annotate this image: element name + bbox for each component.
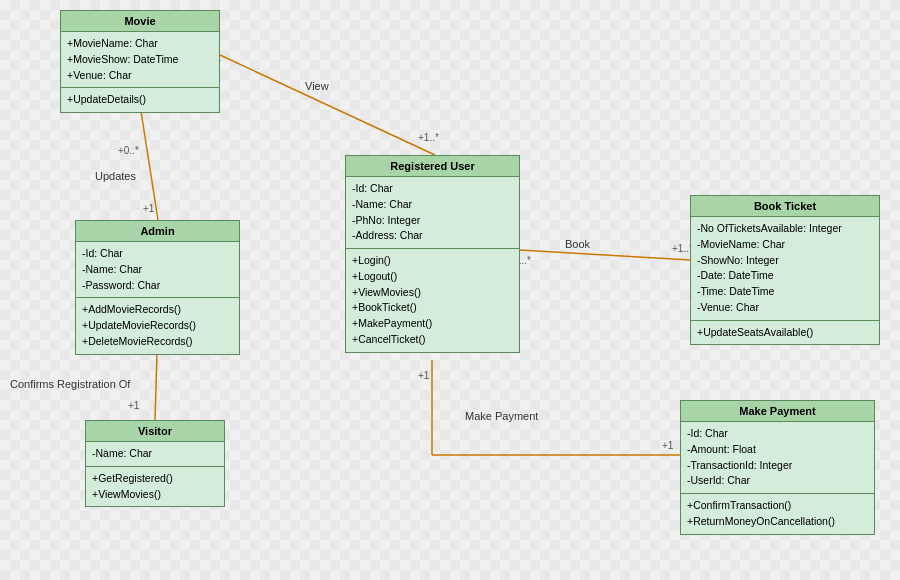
book-ticket-class: Book Ticket -No OfTicketsAvailable: Inte… [690, 195, 880, 345]
movie-class: Movie +MovieName: Char +MovieShow: DateT… [60, 10, 220, 113]
bt-method-1: +UpdateSeatsAvailable() [697, 325, 873, 341]
ru-method-4: +BookTicket() [352, 300, 513, 316]
visitor-attr-1: -Name: Char [92, 446, 218, 462]
bt-attr-6: -Venue: Char [697, 300, 873, 316]
mp-attr-3: -TransactionId: Integer [687, 458, 868, 474]
book-ticket-methods: +UpdateSeatsAvailable() [691, 321, 879, 345]
visitor-class-title: Visitor [86, 421, 224, 442]
admin-methods: +AddMovieRecords() +UpdateMovieRecords()… [76, 298, 239, 353]
bt-attr-4: -Date: DateTime [697, 268, 873, 284]
visitor-methods: +GetRegistered() +ViewMovies() [86, 467, 224, 507]
movie-method-1: +UpdateDetails() [67, 92, 213, 108]
movie-class-title: Movie [61, 11, 219, 32]
ru-method-1: +Login() [352, 253, 513, 269]
bt-attr-2: -MovieName: Char [697, 237, 873, 253]
make-payment-methods: +ConfirmTransaction() +ReturnMoneyOnCanc… [681, 494, 874, 534]
registered-user-class-title: Registered User [346, 156, 519, 177]
registered-user-attributes: -Id: Char -Name: Char -PhNo: Integer -Ad… [346, 177, 519, 249]
movie-class-methods: +UpdateDetails() [61, 88, 219, 112]
mp-method-1: +ConfirmTransaction() [687, 498, 868, 514]
ru-method-2: +Logout() [352, 269, 513, 285]
registered-user-class: Registered User -Id: Char -Name: Char -P… [345, 155, 520, 353]
make-payment-label: Make Payment [465, 410, 538, 422]
admin-method-3: +DeleteMovieRecords() [82, 334, 233, 350]
mp-method-2: +ReturnMoneyOnCancellation() [687, 514, 868, 530]
admin-attributes: -Id: Char -Name: Char -Password: Char [76, 242, 239, 298]
mp-attr-2: -Amount: Float [687, 442, 868, 458]
make-payment-attributes: -Id: Char -Amount: Float -TransactionId:… [681, 422, 874, 494]
mult-reg-payment: +1 [418, 370, 429, 381]
make-payment-class-title: Make Payment [681, 401, 874, 422]
view-label: View [305, 80, 329, 92]
book-label: Book [565, 238, 590, 250]
ru-attr-2: -Name: Char [352, 197, 513, 213]
bt-attr-1: -No OfTicketsAvailable: Integer [697, 221, 873, 237]
registered-user-methods: +Login() +Logout() +ViewMovies() +BookTi… [346, 249, 519, 352]
mult-movie-admin: +0..* [118, 145, 139, 156]
make-payment-class: Make Payment -Id: Char -Amount: Float -T… [680, 400, 875, 535]
confirms-registration-label: Confirms Registration Of [10, 378, 130, 390]
visitor-class: Visitor -Name: Char +GetRegistered() +Vi… [85, 420, 225, 507]
admin-attr-1: -Id: Char [82, 246, 233, 262]
mp-attr-1: -Id: Char [687, 426, 868, 442]
visitor-attributes: -Name: Char [86, 442, 224, 467]
admin-attr-2: -Name: Char [82, 262, 233, 278]
ru-method-5: +MakePayment() [352, 316, 513, 332]
admin-class-title: Admin [76, 221, 239, 242]
ru-attr-4: -Address: Char [352, 228, 513, 244]
book-ticket-class-title: Book Ticket [691, 196, 879, 217]
svg-line-0 [220, 55, 435, 155]
mult-admin-movie: +1 [143, 203, 154, 214]
movie-attr-1: +MovieName: Char [67, 36, 213, 52]
visitor-method-1: +GetRegistered() [92, 471, 218, 487]
admin-method-2: +UpdateMovieRecords() [82, 318, 233, 334]
movie-attr-3: +Venue: Char [67, 68, 213, 84]
updates-label: Updates [95, 170, 136, 182]
movie-attr-2: +MovieShow: DateTime [67, 52, 213, 68]
admin-class: Admin -Id: Char -Name: Char -Password: C… [75, 220, 240, 355]
svg-line-3 [520, 250, 690, 260]
movie-class-attributes: +MovieName: Char +MovieShow: DateTime +V… [61, 32, 219, 88]
ru-attr-3: -PhNo: Integer [352, 213, 513, 229]
ru-method-6: +CancelTicket() [352, 332, 513, 348]
mult-admin-visitor-top: +1 [128, 400, 139, 411]
ru-method-3: +ViewMovies() [352, 285, 513, 301]
admin-method-1: +AddMovieRecords() [82, 302, 233, 318]
bt-attr-5: -Time: DateTime [697, 284, 873, 300]
mult-reg-view: +1..* [418, 132, 439, 143]
visitor-method-2: +ViewMovies() [92, 487, 218, 503]
mult-payment: +1 [662, 440, 673, 451]
book-ticket-attributes: -No OfTicketsAvailable: Integer -MovieNa… [691, 217, 879, 321]
admin-attr-3: -Password: Char [82, 278, 233, 294]
mp-attr-4: -UserId: Char [687, 473, 868, 489]
bt-attr-3: -ShowNo: Integer [697, 253, 873, 269]
ru-attr-1: -Id: Char [352, 181, 513, 197]
